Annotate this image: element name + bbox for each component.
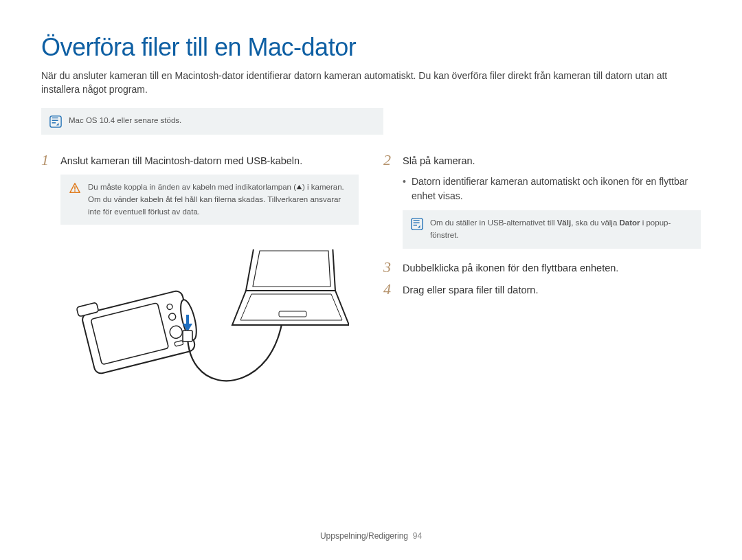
page-title: Överföra filer till en Mac-dator [41, 33, 701, 62]
step-3-text: Dubbelklicka på ikonen för den flyttbara… [403, 260, 618, 275]
intro-text: När du ansluter kameran till en Macintos… [41, 69, 701, 97]
step-2: 2 Slå på kameran. [383, 153, 701, 168]
top-note-text: Mac OS 10.4 eller senare stöds. [69, 115, 181, 126]
note-bold-dator: Dator [620, 219, 640, 227]
warning-text-pre: Du måste koppla in änden av kabeln med i… [88, 183, 296, 191]
content-columns: 1 Anslut kameran till Macintosh-datorn m… [41, 153, 701, 519]
warning-box: Du måste koppla in änden av kabeln med i… [60, 175, 359, 225]
note-part-c: , ska du välja [571, 219, 619, 227]
step-1-text: Anslut kameran till Macintosh-datorn med… [60, 153, 302, 168]
left-column: 1 Anslut kameran till Macintosh-datorn m… [41, 153, 359, 519]
svg-rect-3 [81, 290, 196, 375]
note-icon [49, 115, 62, 128]
step-1-number: 1 [41, 153, 54, 168]
svg-rect-1 [74, 186, 76, 190]
step-1: 1 Anslut kameran till Macintosh-datorn m… [41, 153, 359, 168]
step-2-number: 2 [383, 153, 396, 168]
footer-page-number: 94 [413, 531, 422, 541]
right-column: 2 Slå på kameran. Datorn identifierar ka… [383, 153, 701, 519]
step-4-text: Drag eller spara filer till datorn. [403, 282, 538, 297]
note-part-a: Om du ställer in USB-alternativet till [430, 219, 557, 227]
step-4-number: 4 [383, 282, 396, 297]
right-note-box: Om du ställer in USB-alternativet till V… [403, 210, 701, 249]
step-2-bullet-text: Datorn identifierar kameran automatiskt … [412, 175, 701, 203]
step-2-text: Slå på kameran. [403, 153, 475, 168]
warning-text: Du måste koppla in änden av kabeln med i… [88, 181, 349, 218]
footer-section: Uppspelning/Redigering [320, 531, 408, 541]
note-bold-valj: Välj [557, 219, 571, 227]
svg-rect-2 [74, 190, 76, 192]
warning-icon [69, 182, 81, 194]
svg-rect-11 [183, 331, 192, 341]
step-2-bullet: Datorn identifierar kameran automatiskt … [403, 175, 701, 203]
triangle-up-icon [296, 184, 302, 190]
page-footer: Uppspelning/Redigering 94 [41, 519, 701, 541]
step-3-number: 3 [383, 260, 396, 275]
note-icon [411, 218, 423, 230]
top-note-box: Mac OS 10.4 eller senare stöds. [41, 108, 383, 135]
right-note-text: Om du ställer in USB-alternativet till V… [430, 217, 691, 242]
step-3: 3 Dubbelklicka på ikonen för den flyttba… [383, 260, 701, 275]
connection-diagram [60, 249, 349, 407]
step-4: 4 Drag eller spara filer till datorn. [383, 282, 701, 297]
